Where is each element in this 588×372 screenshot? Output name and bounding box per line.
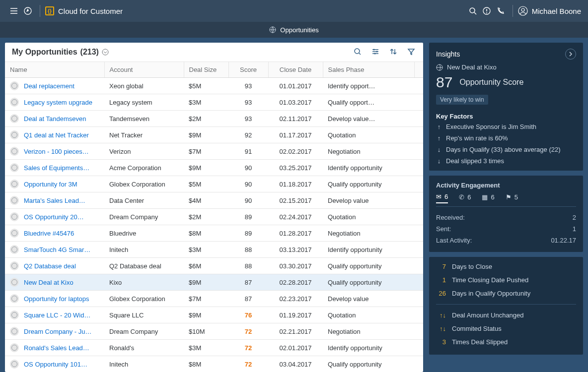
insights-title: Insights	[436, 50, 460, 58]
table-row[interactable]: Q2 Database dealQ2 Database deal$6M8803.…	[5, 258, 423, 274]
cell-deal: $9M	[184, 307, 228, 323]
breadcrumb-bar: Opportunities	[0, 22, 588, 38]
opportunity-icon	[10, 180, 19, 188]
table-row[interactable]: OS Opportunity 101…Initech$8M7203.04.201…	[5, 356, 423, 372]
brand: {} Cloud for Customer	[45, 6, 123, 15]
opportunity-link[interactable]: Verizon - 100 pieces…	[24, 148, 89, 155]
table-row[interactable]: Sales of Equipments…Acme Corporation$9M9…	[5, 160, 423, 176]
activity-tab-phone[interactable]: ✆6	[459, 193, 471, 203]
cell-deal: $9M	[184, 274, 228, 291]
table-row[interactable]: Opportunity for laptopsGlobex Corporatio…	[5, 291, 423, 307]
divider	[40, 5, 40, 17]
col-score[interactable]: Score	[228, 62, 268, 78]
opportunity-link[interactable]: SmarTouch 4G Smar…	[24, 246, 90, 253]
opportunity-link[interactable]: Opportunity for 3M	[24, 181, 77, 188]
cell-account: Xeon global	[104, 78, 184, 94]
table-row[interactable]: SmarTouch 4G Smar…Initech$3M8803.13.2017…	[5, 242, 423, 258]
cell-phase: Develop value	[323, 291, 414, 307]
cell-phase: Identify opportunity	[323, 242, 414, 258]
key-factors-list: ↑Executive Sponsor is Jim Smith↑Rep's wi…	[436, 123, 576, 165]
table-row[interactable]: Square LLC - 20 Wid…Square LLC$9M7601.19…	[5, 307, 423, 323]
cell-deal: $2M	[184, 209, 228, 225]
table-row[interactable]: New Deal at KixoKixo$9M8702.28.2017Quali…	[5, 274, 423, 291]
opportunity-icon	[10, 261, 19, 270]
table-row[interactable]: Dream Company - Ju…Dream Company$10M7202…	[5, 323, 423, 340]
cell-score: 72	[228, 323, 268, 340]
table-scroll[interactable]: Name Account Deal Size Score Close Date …	[5, 62, 423, 372]
brand-title: Cloud for Customer	[58, 7, 123, 15]
alert-icon[interactable]	[480, 4, 494, 18]
cell-phase: Quotation	[323, 307, 414, 323]
opportunity-link[interactable]: Marta's Sales Lead…	[24, 197, 85, 204]
breadcrumb-label[interactable]: Opportunities	[280, 26, 318, 34]
cell-account: Acme Corporation	[104, 160, 184, 176]
sort-icon[interactable]	[389, 48, 398, 57]
table-row[interactable]: OS Opportunity 20…Dream Company$2M8902.2…	[5, 209, 423, 225]
table-row[interactable]: Legacy system upgradeLegacy system$3M930…	[5, 94, 423, 111]
cell-account: Q2 Database deal	[104, 258, 184, 274]
user-menu[interactable]: Michael Boone	[518, 6, 581, 16]
cell-close: 01.17.2017	[268, 127, 323, 143]
cell-score: 93	[228, 78, 268, 94]
opportunity-link[interactable]: Dream Company - Ju…	[24, 328, 92, 335]
col-name[interactable]: Name	[5, 62, 104, 78]
col-phase[interactable]: Sales Phase	[323, 62, 414, 78]
opportunity-link[interactable]: OS Opportunity 101…	[24, 361, 87, 368]
cell-deal: $6M	[184, 258, 228, 274]
opportunity-link[interactable]: New Deal at Kixo	[24, 279, 74, 286]
svg-point-10	[376, 51, 378, 53]
cell-deal: $8M	[184, 225, 228, 242]
table-row[interactable]: Deal at TandemsevenTandemseven$2M9302.11…	[5, 111, 423, 127]
opportunity-icon	[10, 343, 19, 352]
key-factor-item: ↑Rep's win rate is 60%	[436, 134, 576, 142]
opportunity-link[interactable]: OS Opportunity 20…	[24, 213, 84, 221]
cell-account: Square LLC	[104, 307, 184, 323]
opportunity-link[interactable]: Deal replacement	[24, 82, 74, 90]
cell-score: 89	[228, 225, 268, 242]
activity-tab-mail[interactable]: ✉6	[436, 193, 448, 203]
table-row[interactable]: Deal replacementXeon global$5M9301.01.20…	[5, 78, 423, 94]
table-row[interactable]: Opportunity for 3MGlobex Corporation$5M9…	[5, 176, 423, 192]
chevron-down-icon[interactable]	[102, 49, 109, 56]
opportunity-link[interactable]: Legacy system upgrade	[24, 99, 92, 106]
opportunity-icon	[10, 360, 19, 369]
main-panel: My Opportunities (213) Name Account Deal…	[5, 43, 423, 372]
opportunity-link[interactable]: Q2 Database deal	[24, 262, 76, 270]
compass-icon[interactable]	[21, 4, 35, 18]
cell-score: 93	[228, 111, 268, 127]
table-row[interactable]: Ronald's Sales Lead…Ronald's$3M7202.01.2…	[5, 340, 423, 356]
opportunity-link[interactable]: Square LLC - 20 Wid…	[24, 311, 90, 319]
cell-close: 02.01.2017	[268, 340, 323, 356]
table-row[interactable]: Bluedrive #45476Bluedrive$8M8901.28.2017…	[5, 225, 423, 242]
search-table-icon[interactable]	[354, 48, 363, 57]
table-row[interactable]: Q1 deal at Net TrackerNet Tracker$9M9201…	[5, 127, 423, 143]
cell-phase: Qualify opport…	[323, 94, 414, 111]
col-account[interactable]: Account	[104, 62, 184, 78]
insight-opportunity: New Deal at Kixo	[436, 63, 576, 71]
settings-icon[interactable]	[371, 48, 380, 57]
table-row[interactable]: Verizon - 100 pieces…Verizon$7M9102.02.2…	[5, 143, 423, 160]
activity-tab-flag[interactable]: ⚑5	[506, 193, 518, 203]
activity-tab-calendar[interactable]: ▦6	[482, 193, 494, 203]
opportunity-link[interactable]: Ronald's Sales Lead…	[24, 344, 89, 352]
filter-icon[interactable]	[407, 48, 416, 57]
opportunity-link[interactable]: Sales of Equipments…	[24, 164, 89, 172]
menu-icon[interactable]	[7, 4, 21, 18]
call-icon[interactable]	[494, 4, 508, 18]
user-name: Michael Boone	[532, 7, 581, 15]
cell-score: 87	[228, 291, 268, 307]
opportunity-link[interactable]: Q1 deal at Net Tracker	[24, 131, 89, 139]
table-row[interactable]: Marta's Sales Lead…Data Center$4M9002.15…	[5, 192, 423, 209]
tab-count: 6	[467, 193, 471, 201]
opportunity-link[interactable]: Opportunity for laptops	[24, 295, 89, 303]
trend-item: ↑↓Commited Status	[436, 322, 576, 335]
search-icon[interactable]	[466, 4, 480, 18]
brand-logo-icon: {}	[45, 6, 54, 15]
expand-icon[interactable]	[565, 49, 576, 60]
opportunity-link[interactable]: Bluedrive #45476	[24, 230, 74, 237]
insight-opp-name: New Deal at Kixo	[447, 63, 497, 71]
col-close[interactable]: Close Date	[268, 62, 323, 78]
col-deal[interactable]: Deal Size	[184, 62, 228, 78]
cell-account: Initech	[104, 356, 184, 372]
opportunity-link[interactable]: Deal at Tandemseven	[24, 115, 86, 123]
